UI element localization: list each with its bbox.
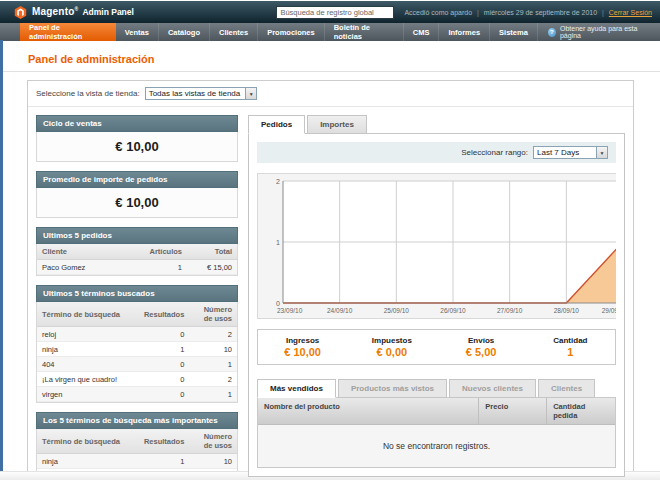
tab-new-customers[interactable]: Nuevos clientes (449, 379, 536, 398)
svg-text:27/09/10: 27/09/10 (497, 307, 523, 314)
table-row[interactable]: ninja 1 10 (37, 342, 237, 357)
svg-text:23/09/10: 23/09/10 (277, 307, 303, 314)
nav-item-reports[interactable]: Informes (439, 23, 490, 41)
page-title-bar: Panel de administración (0, 41, 660, 72)
dashboard-main: Pedidos Importes Seleccionar rango: Last… (248, 115, 625, 480)
tab-customers[interactable]: Clientes (538, 379, 595, 398)
last-search-title: Ultimos 5 términos buscados (36, 285, 238, 302)
main-nav: Panel de administración Ventas Catálogo … (0, 23, 660, 41)
svg-text:1: 1 (276, 239, 280, 246)
nav-item-cms[interactable]: CMS (404, 23, 440, 41)
store-switcher-row: Seleccione la vista de tienda: Todas las… (28, 81, 633, 107)
last-search-panel: Ultimos 5 términos buscados Término de b… (36, 285, 238, 403)
last-orders-panel: Ultimos 5 pedidos Cliente Artículos Tota… (36, 227, 238, 276)
last-orders-table: Cliente Artículos Total Paco Gomez 1 € 1… (37, 244, 237, 275)
logged-in-as: Accedió como apardo (404, 9, 472, 16)
orders-tab-panel: Seleccionar rango: Last 7 Days ▼ 01223/0… (248, 133, 625, 477)
brand-mark: ® (75, 6, 79, 12)
stat-tax: Impuestos € 0,00 (347, 336, 436, 358)
nav-item-system[interactable]: Sistema (490, 23, 538, 41)
orders-chart: 01223/09/1024/09/1025/09/1026/09/1027/09… (257, 173, 616, 319)
store-switcher-label: Seleccione la vista de tienda: (36, 89, 140, 98)
nav-item-dashboard[interactable]: Panel de administración (20, 23, 116, 41)
grid-header: Nombre del producto Precio Cantidad pedi… (258, 398, 615, 425)
magento-logo-icon (14, 6, 27, 19)
table-row[interactable]: ¡La virgen que cuadro! 0 2 (37, 372, 237, 387)
dashboard-sidebar: Ciclo de ventas € 10,00 Promedio de impo… (36, 115, 238, 480)
nav-item-catalog[interactable]: Catálogo (159, 23, 210, 41)
tab-amounts[interactable]: Importes (307, 115, 367, 134)
chevron-down-icon: ▼ (245, 88, 256, 99)
svg-text:24/09/10: 24/09/10 (327, 307, 353, 314)
get-help-link[interactable]: ? Obtener ayuda para esta página (538, 23, 660, 41)
user-info: Accedió como apardo | miércoles 29 de se… (404, 9, 652, 16)
nav-item-customers[interactable]: Clientes (210, 23, 258, 41)
totals-bar: Ingresos € 10,00 Impuestos € 0,00 Envíos… (257, 329, 616, 365)
bestsellers-grid: Nombre del producto Precio Cantidad pedi… (257, 397, 616, 468)
table-row[interactable]: ninja 1 10 (37, 454, 237, 469)
stat-revenue: Ingresos € 10,00 (258, 336, 347, 358)
stat-quantity: Cantidad 1 (526, 336, 615, 358)
sales-cycle-panel: Ciclo de ventas € 10,00 (36, 115, 238, 162)
svg-text:2: 2 (276, 178, 280, 185)
sales-cycle-title: Ciclo de ventas (36, 115, 238, 132)
brand-name: Magento® (32, 6, 78, 17)
tab-bestsellers[interactable]: Más vendidos (257, 379, 336, 398)
page-title: Panel de administración (28, 53, 660, 65)
table-row[interactable]: Paco Gomez 1 € 15,00 (37, 260, 237, 275)
nav-item-newsletter[interactable]: Boletín de noticias (325, 23, 404, 41)
global-search-input[interactable] (276, 6, 394, 19)
top-search-title: Los 5 términos de búsqueda más important… (36, 412, 238, 429)
nav-item-sales[interactable]: Ventas (116, 23, 159, 41)
svg-text:25/09/10: 25/09/10 (384, 307, 410, 314)
current-date: miércoles 29 de septiembre de 2010 (484, 9, 597, 16)
table-row[interactable]: reloj 0 2 (37, 327, 237, 342)
dashboard-container: Seleccione la vista de tienda: Todas las… (27, 80, 634, 480)
range-selector-bar: Seleccionar rango: Last 7 Days ▼ (257, 142, 616, 163)
grid-tabs: Más vendidos Productos más vistos Nuevos… (257, 379, 616, 397)
avg-order-panel: Promedio de importe de pedidos € 10,00 (36, 171, 238, 218)
svg-text:0: 0 (276, 300, 280, 307)
top-search-panel: Los 5 términos de búsqueda más important… (36, 412, 238, 480)
chevron-down-icon: ▼ (596, 147, 607, 158)
tab-orders[interactable]: Pedidos (248, 115, 305, 134)
avg-order-title: Promedio de importe de pedidos (36, 171, 238, 188)
range-label: Seleccionar rango: (461, 148, 528, 157)
avg-order-value: € 10,00 (37, 188, 237, 217)
admin-header: Magento® Admin Panel Accedió como apardo… (0, 1, 660, 23)
table-row[interactable]: 404 0 1 (37, 357, 237, 372)
brand-suffix: Admin Panel (82, 7, 133, 17)
logout-link[interactable]: Cerrar Sesión (609, 9, 652, 16)
window-left-border (0, 40, 3, 480)
grid-empty-message: No se encontraron registros. (258, 425, 615, 467)
chart-tabs: Pedidos Importes (248, 115, 625, 133)
nav-item-promotions[interactable]: Promociones (258, 23, 325, 41)
range-select[interactable]: Last 7 Days ▼ (533, 146, 608, 159)
store-view-select[interactable]: Todas las vistas de tienda ▼ (145, 87, 258, 100)
last-orders-title: Ultimos 5 pedidos (36, 227, 238, 244)
sales-cycle-value: € 10,00 (37, 132, 237, 161)
svg-text:28/09/10: 28/09/10 (554, 307, 580, 314)
svg-text:29/09/10: 29/09/10 (602, 307, 616, 314)
stat-shipping: Envíos € 5,00 (437, 336, 526, 358)
tab-most-viewed[interactable]: Productos más vistos (338, 379, 447, 398)
help-icon: ? (548, 28, 556, 37)
table-row[interactable]: virgen 0 1 (37, 387, 237, 402)
last-search-table: Término de búsqueda Resultados Número de… (37, 302, 237, 402)
svg-text:26/09/10: 26/09/10 (440, 307, 466, 314)
